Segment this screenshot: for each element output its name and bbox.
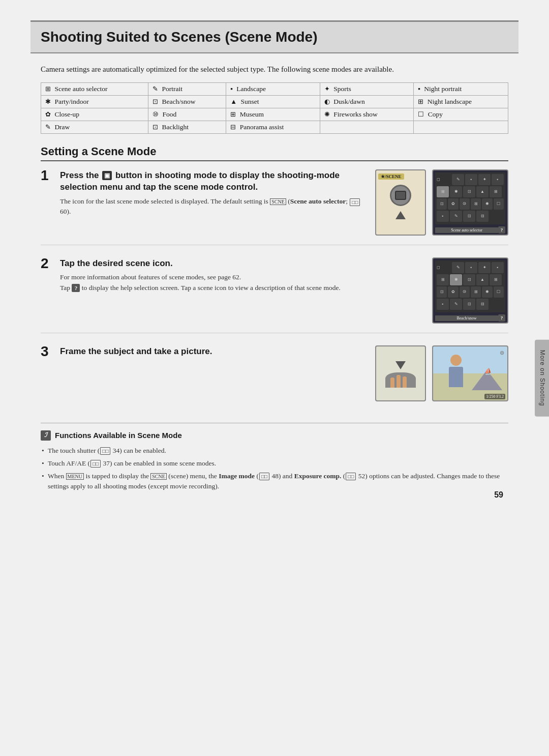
grid-cell: ☐ <box>494 286 504 298</box>
shutter-visual <box>385 359 416 388</box>
grid-cell: ⑩ <box>460 198 470 210</box>
grid-screen-2-label: Beach/snow <box>435 315 498 321</box>
page-ref-48: □□ <box>259 473 269 480</box>
grid-cell: ✎ <box>452 174 464 185</box>
backlight-icon: ⊡ <box>152 123 158 131</box>
grid-cell: ▪ <box>492 262 504 273</box>
list-item: When MENU is tapped to display the SCNE … <box>41 471 508 492</box>
person-figure <box>443 355 469 390</box>
grid-cell: ⊡ <box>463 186 475 197</box>
person-head <box>450 355 462 366</box>
grid-cell: ▪ <box>437 211 449 222</box>
table-cell <box>320 121 414 133</box>
step-1: 1 Press the ▣ button in shooting mode to… <box>41 169 508 245</box>
table-cell: ✦ Sports <box>320 82 414 95</box>
scene-code: SCNE <box>270 198 286 205</box>
table-cell <box>414 121 508 133</box>
landscape-icon: ▪ <box>230 85 233 93</box>
step-2-number: 2 <box>41 255 60 272</box>
step-1-camera-screen: ★/SCENE <box>375 169 426 236</box>
grid-cell: ⊞ <box>490 274 502 285</box>
step-2: 2 Tap the desired scene icon. For more i… <box>41 257 508 333</box>
table-cell: ◐ Dusk/dawn <box>320 95 414 108</box>
step-3-images: ⊛ ⛵ 1/250 F3.2 <box>375 345 508 401</box>
night-landscape-icon: ⊞ <box>418 98 423 106</box>
table-cell: ✱ Party/indoor <box>41 95 148 108</box>
grid-cell: ▪ <box>437 299 449 310</box>
step-3-content: Frame the subject and take a picture. <box>60 345 367 361</box>
step-2-title: Tap the desired scene icon. <box>60 257 367 270</box>
grid-cell: ⊡ <box>463 274 475 285</box>
page-ref-52: □□ <box>346 473 356 480</box>
grid-screen-label: Scene auto selector <box>435 227 498 233</box>
step-3-number: 3 <box>41 343 60 360</box>
grid-cell: ✦ <box>478 262 491 273</box>
functions-list: The touch shutter (□□ 34) can be enabled… <box>41 446 508 492</box>
table-row: ⊞ Scene auto selector ✎ Portrait ▪ Lands… <box>41 82 508 95</box>
step-3: 3 Frame the subject and take a picture. … <box>41 345 508 411</box>
menu-code: MENU <box>66 473 84 480</box>
table-row: ✎ Draw ⊡ Backlight ⊟ Panorama assist <box>41 121 508 133</box>
side-tab: More on Shooting <box>535 340 549 417</box>
museum-icon: ⊞ <box>230 110 236 119</box>
table-cell: ⊡ Backlight <box>148 121 226 133</box>
person-body <box>449 367 463 387</box>
intro-text: Camera settings are automatically optimi… <box>41 64 508 75</box>
camera-center-icon <box>390 185 411 206</box>
grid-cell: ▪ <box>465 262 477 273</box>
grid-cell: ✿ <box>448 286 458 298</box>
grid-cell: ⊞ <box>490 186 502 197</box>
step-1-number: 1 <box>41 167 60 184</box>
sunset-icon: ▲ <box>230 98 237 106</box>
grid-cell: ⊟ <box>476 211 489 222</box>
grid-cell: ✎ <box>452 262 464 273</box>
scene-modes-table: ⊞ Scene auto selector ✎ Portrait ▪ Lands… <box>41 82 508 134</box>
help-badge-2[interactable]: ? <box>498 314 505 322</box>
table-cell: ⊟ Panorama assist <box>226 121 320 133</box>
grid-cell: ⊡ <box>463 211 475 222</box>
shutter-image <box>375 345 426 401</box>
scene-code-2: SCNE <box>150 473 167 480</box>
step-1-content: Press the ▣ button in shooting mode to d… <box>60 169 367 217</box>
food-icon: ⑩ <box>152 110 159 119</box>
night-portrait-icon: ▪ <box>418 85 420 93</box>
page-ref-34: □□ <box>100 447 110 455</box>
grid-cell: ▪ <box>492 174 504 185</box>
list-item: Touch AF/AE (□□ 37) can be enabled in so… <box>41 458 508 469</box>
grid-cell: ⊡ <box>437 198 447 210</box>
help-badge[interactable]: ? <box>498 226 505 234</box>
step-1-title: Press the ▣ button in shooting mode to d… <box>60 169 367 194</box>
table-cell: ✺ Fireworks show <box>320 108 414 121</box>
grid-cell: ✱ <box>450 274 462 285</box>
grid-cell: ▲ <box>476 186 489 197</box>
grid-cell: ✎ <box>450 211 462 222</box>
grid-cell: ✿ <box>448 198 458 210</box>
page-number: 59 <box>494 490 503 500</box>
step-1-desc: The icon for the last scene mode selecte… <box>60 196 367 217</box>
grid-cell: ▪ <box>465 174 477 185</box>
table-cell: ✎ Portrait <box>148 82 226 95</box>
table-cell: ⑩ Food <box>148 108 226 121</box>
wifi-icon: ⊛ <box>500 350 504 356</box>
grid-cell: ✎ <box>450 299 462 310</box>
step-2-desc1: For more information about features of s… <box>60 272 367 293</box>
section-heading: Setting a Scene Mode <box>41 145 508 161</box>
grid-cell: ▲ <box>476 274 489 285</box>
table-cell: ✿ Close-up <box>41 108 148 121</box>
table-cell: ▲ Sunset <box>226 95 320 108</box>
table-cell: ⊞ Scene auto selector <box>41 82 148 95</box>
grid-cell: ⑩ <box>460 286 470 298</box>
grid-cell: ⊟ <box>476 299 489 310</box>
step-3-title: Frame the subject and take a picture. <box>60 345 367 358</box>
grid-cell: ⊞ <box>437 274 449 285</box>
grid-cell: ⊡ <box>463 299 475 310</box>
arrow-up-icon <box>395 211 406 219</box>
scene-auto-selector-icon: ⊞ <box>45 85 51 93</box>
table-cell: ✎ Draw <box>41 121 148 133</box>
step-2-grid-screen: ◻ ✎ ▪ ✦ ▪ ⊞ ✱ ⊡ ▲ ⊞ <box>432 257 508 324</box>
step-2-spacer <box>375 257 426 324</box>
page-title: Shooting Suited to Scenes (Scene Mode) <box>41 29 508 45</box>
grid-cell: ⊞ <box>437 186 449 197</box>
photo-preview: ⊛ ⛵ 1/250 F3.2 <box>432 345 508 401</box>
functions-title: ℐ Functions Available in Scene Mode <box>41 430 508 441</box>
